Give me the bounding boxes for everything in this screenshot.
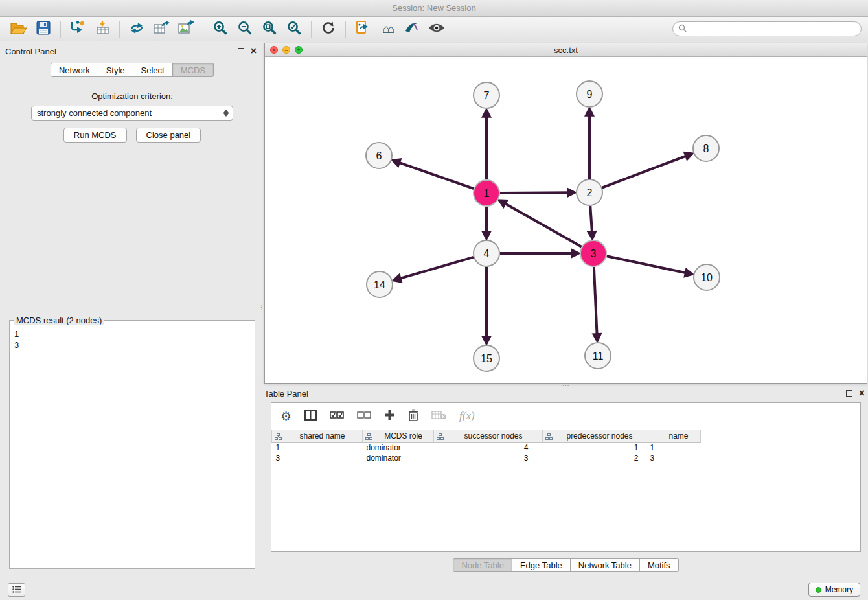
close-panel-icon[interactable]: × (251, 48, 257, 54)
create-column-button[interactable] (384, 409, 395, 423)
node-table-cell[interactable]: 3 (434, 453, 543, 463)
delete-table-button[interactable] (431, 409, 446, 423)
delete-column-button[interactable] (408, 409, 418, 423)
mcds-result-title: MCDS result (2 nodes) (14, 316, 104, 325)
toolbar-separator (60, 21, 61, 38)
node-label-15: 15 (481, 353, 492, 364)
gear-icon: ⚙ (280, 409, 291, 424)
search-input[interactable] (690, 25, 856, 34)
show-hide-details-button[interactable] (424, 19, 449, 40)
open-session-button[interactable] (6, 19, 31, 40)
column-header-successor-nodes[interactable]: successor nodes (434, 430, 543, 443)
node-table-cell[interactable]: 1 (272, 443, 363, 453)
tab-select[interactable]: Select (133, 63, 173, 77)
zoom-in-button[interactable] (208, 19, 233, 40)
show-panels-button[interactable] (8, 583, 25, 597)
node-table-cell[interactable]: 1 (646, 443, 701, 453)
memory-button[interactable]: Memory (808, 583, 860, 597)
network-canvas[interactable]: 7968124314101511 (265, 58, 867, 383)
tab-style[interactable]: Style (98, 63, 133, 77)
tab-motifs[interactable]: Motifs (640, 558, 679, 572)
network-graph[interactable]: 7968124314101511 (265, 58, 867, 384)
node-table-cell[interactable]: 2 (543, 453, 646, 463)
home-view-button[interactable]: ⌂⌂ (375, 19, 400, 40)
import-table-button[interactable] (90, 19, 115, 40)
close-window-icon[interactable]: × (270, 46, 278, 54)
tab-mcds[interactable]: MCDS (173, 63, 214, 77)
column-header-predecessor-nodes[interactable]: predecessor nodes (543, 430, 646, 443)
network-edge-1-2[interactable] (500, 192, 570, 193)
refresh-view-button[interactable] (316, 19, 341, 40)
function-builder-button[interactable]: f(x) (459, 409, 475, 423)
close-panel-button[interactable]: Close panel (136, 128, 201, 143)
node-table-cell[interactable]: 3 (646, 453, 701, 463)
plus-icon (384, 410, 395, 422)
node-table-cell[interactable]: dominator (363, 443, 434, 453)
network-edge-3-1[interactable] (503, 203, 582, 247)
network-window-titlebar[interactable]: × – + scc.txt (265, 43, 867, 57)
control-panel: Control Panel × Network Style Select MCD… (5, 44, 259, 571)
clone-network-button[interactable] (350, 19, 375, 40)
node-table-cell[interactable]: 4 (434, 443, 543, 453)
zoom-fit-button[interactable] (257, 19, 282, 40)
open-folder-icon (10, 21, 27, 37)
zoom-selected-button[interactable] (282, 19, 306, 40)
node-table-cell[interactable]: 1 (543, 443, 646, 453)
export-image-button[interactable] (174, 19, 198, 40)
mcds-result-group: MCDS result (2 nodes) 1 3 (9, 320, 255, 569)
network-edge-2-8[interactable] (602, 156, 688, 188)
float-table-panel-icon[interactable] (846, 390, 852, 397)
column-header-mcds-role[interactable]: MCDS role (363, 430, 434, 443)
column-header-name[interactable]: name (646, 430, 701, 443)
node-table-row[interactable]: 3dominator323 (272, 453, 701, 463)
select-all-columns-button[interactable] (330, 409, 344, 423)
deselect-all-columns-button[interactable] (357, 409, 371, 423)
tab-edge-table[interactable]: Edge Table (512, 558, 571, 572)
share-network-icon (129, 20, 144, 38)
criterion-dropdown-value: strongly connected component (37, 108, 223, 118)
column-header-shared-name[interactable]: shared name (272, 430, 363, 443)
apply-style-button[interactable] (400, 19, 424, 40)
control-panel-header: Control Panel × (5, 44, 259, 58)
delete-table-icon (431, 410, 446, 422)
memory-label: Memory (825, 585, 853, 594)
close-table-panel-icon[interactable]: × (859, 390, 865, 397)
dropdown-stepper-icon (223, 110, 229, 117)
checked-boxes-icon (330, 411, 344, 422)
network-edge-3-10[interactable] (607, 256, 688, 273)
tab-node-table[interactable]: Node Table (453, 558, 512, 572)
export-image-icon (177, 20, 194, 38)
zoom-out-button[interactable] (233, 19, 257, 40)
mcds-result-text[interactable]: 1 3 (11, 327, 253, 567)
network-edge-3-11[interactable] (594, 267, 597, 336)
export-network-button[interactable] (124, 19, 149, 40)
node-table-header-row: shared name MCDS role successor nodes pr… (272, 430, 701, 443)
node-table-cell[interactable]: dominator (363, 453, 434, 463)
node-table-row[interactable]: 1dominator411 (272, 443, 701, 453)
node-label-2: 2 (587, 187, 593, 198)
criterion-dropdown[interactable]: strongly connected component (31, 106, 233, 121)
unchecked-boxes-icon (357, 411, 371, 422)
home-icon: ⌂⌂ (383, 22, 393, 36)
export-table-button[interactable] (149, 19, 174, 40)
table-settings-button[interactable]: ⚙ (280, 409, 291, 423)
list-icon (12, 585, 21, 595)
column-layout-button[interactable] (304, 409, 317, 423)
network-edge-1-6[interactable] (397, 162, 474, 189)
node-table-cell[interactable]: 3 (272, 453, 363, 463)
run-mcds-button[interactable]: Run MCDS (63, 128, 127, 143)
main-toolbar: ⌂⌂ (0, 17, 868, 41)
tab-network[interactable]: Network (51, 63, 98, 77)
zoom-selected-icon (286, 20, 302, 38)
search-box[interactable] (672, 21, 862, 36)
maximize-window-icon[interactable]: + (295, 46, 303, 54)
network-edge-2-3[interactable] (590, 206, 592, 234)
network-edge-4-14[interactable] (398, 257, 474, 279)
tab-network-table[interactable]: Network Table (571, 558, 640, 572)
import-network-button[interactable] (65, 19, 90, 40)
minimize-window-icon[interactable]: – (282, 46, 290, 54)
vertical-splitter[interactable]: ⋮ (259, 43, 264, 571)
fx-icon: f(x) (459, 410, 475, 422)
save-session-button[interactable] (31, 19, 56, 40)
float-panel-icon[interactable] (238, 48, 244, 54)
